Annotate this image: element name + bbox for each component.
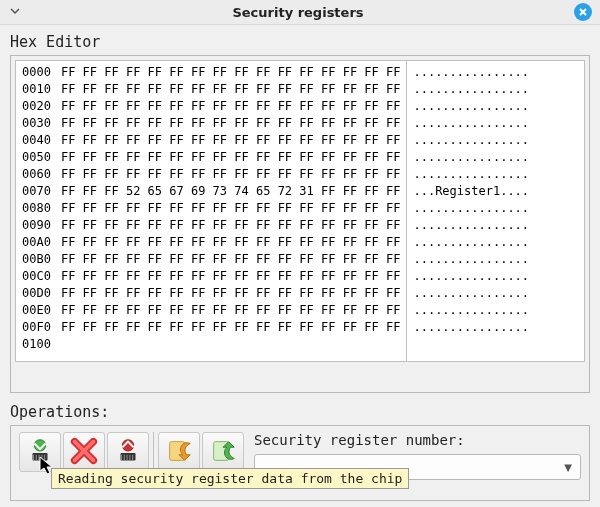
hex-editor-label: Hex Editor bbox=[10, 33, 590, 51]
hex-ascii-column[interactable]: ................ ................ ......… bbox=[406, 61, 535, 361]
export-icon bbox=[208, 436, 238, 469]
hex-bytes-column[interactable]: FF FF FF FF FF FF FF FF FF FF FF FF FF F… bbox=[55, 61, 407, 361]
close-button[interactable] bbox=[574, 3, 592, 21]
content-area: Hex Editor 0000 0010 0020 0030 0040 0050… bbox=[0, 25, 600, 507]
tooltip: Reading security register data from the … bbox=[51, 468, 409, 489]
hex-editor-frame: 0000 0010 0020 0030 0040 0050 0060 0070 … bbox=[10, 55, 590, 393]
operations-frame: Security register number: ▼ Reading secu… bbox=[10, 425, 590, 501]
write-chip-icon bbox=[113, 436, 143, 469]
titlebar: Security registers bbox=[0, 0, 600, 25]
security-registers-window: Security registers Hex Editor 0000 0010 … bbox=[0, 0, 600, 507]
erase-x-icon bbox=[69, 436, 99, 469]
write-button[interactable] bbox=[107, 432, 149, 472]
operations-label: Operations: bbox=[10, 403, 590, 421]
hex-offset-column: 0000 0010 0020 0030 0040 0050 0060 0070 … bbox=[16, 61, 55, 361]
register-number-label: Security register number: bbox=[254, 432, 581, 448]
erase-button[interactable] bbox=[63, 432, 105, 472]
window-menu-icon[interactable] bbox=[8, 5, 22, 19]
export-button[interactable] bbox=[202, 432, 244, 472]
svg-rect-8 bbox=[121, 452, 136, 460]
chevron-down-icon: ▼ bbox=[564, 462, 572, 473]
hex-blank-area bbox=[535, 61, 584, 361]
import-button[interactable] bbox=[158, 432, 200, 472]
import-icon bbox=[164, 436, 194, 469]
window-title: Security registers bbox=[22, 5, 574, 20]
hex-editor-grid[interactable]: 0000 0010 0020 0030 0040 0050 0060 0070 … bbox=[15, 60, 585, 362]
toolbar-separator bbox=[153, 432, 154, 472]
mouse-cursor-icon bbox=[39, 456, 55, 479]
